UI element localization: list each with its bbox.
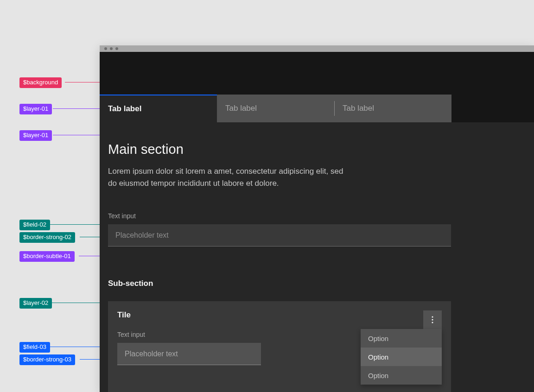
input-label: Text input [108,212,526,220]
overflow-menu: Option Option Option [361,329,442,385]
app-window: Tab label Tab label Tab label Main secti… [100,45,534,392]
window-dot [110,47,113,50]
svg-point-0 [432,316,433,317]
leader [53,135,105,135]
token-border-subtle-01: $border-subtle-01 [19,251,75,262]
app-topbar [100,52,534,74]
menu-item-1[interactable]: Option [361,329,442,348]
page-title: Main section [108,142,526,157]
sub-section: Sub-section Tile Text input Option Optio… [108,279,526,392]
overflow-menu-button[interactable] [423,310,442,329]
token-border-strong-02: $border-strong-02 [19,232,75,243]
main-panel: Main section Lorem ipsum dolor sit lorem… [100,122,534,392]
tab-label: Tab label [225,104,257,113]
kebab-icon [432,316,433,323]
tab-label: Tab label [108,104,141,114]
tab-3[interactable]: Tab label [334,95,451,122]
text-input-field-03[interactable] [117,343,261,365]
leader [53,108,105,109]
page-description: Lorem ipsum dolor sit lorem a amet, cons… [108,165,349,189]
tab-1[interactable]: Tab label [100,95,217,122]
token-background: $background [19,77,62,88]
window-dot [115,47,118,50]
svg-point-2 [432,322,433,323]
subsection-heading: Sub-section [108,279,526,288]
titlebar [100,45,534,52]
token-layer-01-panel: $layer-01 [19,130,52,141]
window-dot [104,47,107,50]
tabs: Tab label Tab label Tab label [100,95,534,122]
tile-title: Tile [117,310,442,320]
menu-item-2[interactable]: Option [361,348,442,366]
menu-item-3[interactable]: Option [361,366,442,385]
tab-label: Tab label [343,104,374,113]
svg-point-1 [432,319,433,320]
text-input-field-02[interactable] [108,224,451,247]
token-layer-02: $layer-02 [19,298,52,309]
token-field-02: $field-02 [19,220,50,230]
token-layer-01-tabs: $layer-01 [19,104,52,114]
tab-2[interactable]: Tab label [217,95,334,122]
token-border-strong-03: $border-strong-03 [19,354,75,365]
token-field-03: $field-03 [19,342,50,353]
leader [65,82,102,82]
tile: Tile Text input Option Option Option [108,301,451,392]
